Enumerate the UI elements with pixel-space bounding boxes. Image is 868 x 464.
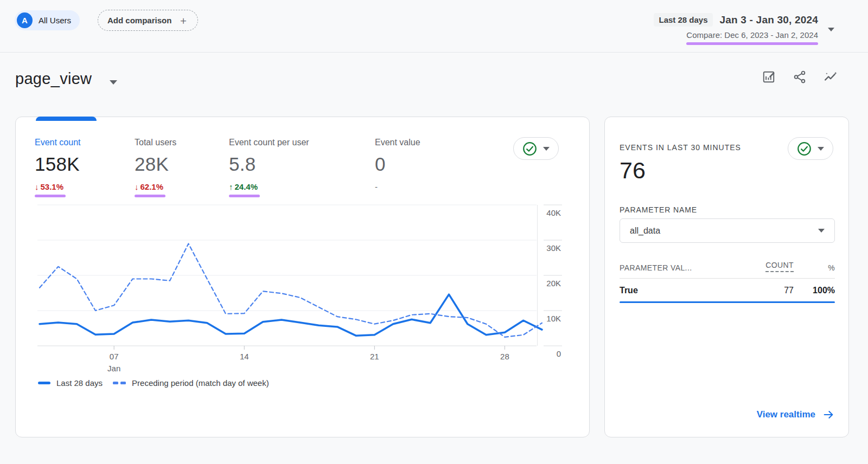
event-selector-chevron-down-icon[interactable]: [110, 80, 117, 85]
view-realtime-link[interactable]: View realtime: [757, 409, 834, 421]
realtime-data-quality-button[interactable]: [788, 137, 833, 160]
metric-label: Event count: [35, 138, 81, 147]
metric-value: 28K: [135, 153, 176, 175]
metric-tab-event-count-per-user[interactable]: Event count per user 5.8 ↑ 24.4%: [229, 138, 309, 197]
y-axis-label: 30K: [546, 243, 561, 253]
compare-range-text: Compare: Dec 6, 2023 - Jan 2, 2024: [686, 30, 818, 40]
metric-delta: ↓ 62.1%: [135, 182, 176, 191]
insights-icon: [824, 70, 838, 84]
metric-delta: -: [375, 182, 420, 191]
share-icon: [793, 70, 807, 84]
metric-label: Event value: [375, 138, 420, 147]
metric-label: Event count per user: [229, 138, 309, 147]
page-title: page_view: [15, 70, 92, 88]
y-axis-label: 0: [557, 349, 561, 358]
row-percent: 100%: [794, 286, 835, 295]
arrow-up-icon: ↑: [229, 182, 233, 191]
row-count: 77: [759, 286, 794, 295]
parameter-name-label: PARAMETER NAME: [620, 205, 697, 214]
percent-bar: [620, 301, 835, 303]
audience-segment-chip[interactable]: A All Users: [15, 10, 80, 30]
table-row: True 77 100%: [620, 279, 835, 301]
arrow-down-icon: ↓: [35, 182, 39, 191]
active-tab-indicator: [36, 117, 97, 121]
header-percent: %: [794, 263, 835, 272]
header-count-sort[interactable]: COUNT: [765, 261, 794, 272]
parameter-name-select[interactable]: all_data: [620, 218, 835, 243]
trend-chart: 010K20K30K40K07Jan142128: [37, 198, 562, 377]
date-range-text: Jan 3 - Jan 30, 2024: [720, 14, 818, 26]
share-report-button[interactable]: [792, 69, 807, 85]
row-parameter-value: True: [620, 286, 759, 295]
arrow-down-icon: ↓: [135, 182, 139, 191]
metric-delta: ↓ 53.1%: [35, 182, 81, 191]
delta-purple-highlight: [135, 195, 165, 197]
y-axis-label: 20K: [546, 279, 561, 288]
date-picker-chevron-down-icon[interactable]: [828, 28, 834, 31]
metric-value: 0: [375, 153, 420, 175]
check-circle-icon: [522, 141, 537, 156]
chevron-down-icon: [818, 147, 824, 151]
compare-purple-highlight: [686, 42, 818, 45]
parameter-selected-value: all_data: [630, 226, 660, 236]
add-comparison-label: Add comparison: [107, 16, 171, 25]
chevron-down-icon: [818, 229, 825, 233]
parameter-value-table: PARAMETER VAL... COUNT % True 77 100%: [620, 261, 835, 303]
report-toolbar: [761, 69, 838, 85]
x-axis-label: 21: [370, 352, 379, 361]
customize-report-button[interactable]: [761, 69, 776, 85]
metric-tab-event-count[interactable]: Event count 158K ↓ 53.1%: [35, 138, 81, 197]
edit-chart-icon: [762, 70, 776, 84]
audience-segment-label: All Users: [39, 16, 71, 25]
metric-tab-total-users[interactable]: Total users 28K ↓ 62.1%: [135, 138, 176, 197]
realtime-events-card: EVENTS IN LAST 30 MINUTES 76 PARAMETER N…: [604, 117, 849, 437]
delta-purple-highlight: [35, 195, 66, 197]
check-circle-icon: [797, 141, 812, 156]
plus-icon: ＋: [178, 15, 188, 25]
table-header-row: PARAMETER VAL... COUNT %: [620, 261, 835, 279]
metric-value: 5.8: [229, 153, 309, 175]
x-axis-sublabel: Jan: [107, 364, 120, 373]
date-preset-chip: Last 28 days: [654, 13, 712, 27]
segment-avatar: A: [17, 12, 33, 28]
legend-item-last-28-days: Last 28 days: [38, 378, 103, 388]
realtime-card-title: EVENTS IN LAST 30 MINUTES: [620, 143, 741, 152]
metric-value: 158K: [35, 153, 81, 175]
data-quality-button[interactable]: [513, 137, 559, 160]
chevron-down-icon: [543, 147, 550, 151]
x-axis-label: 28: [500, 352, 509, 361]
insights-button[interactable]: [823, 69, 838, 85]
chart-legend: Last 28 days Preceding period (match day…: [38, 378, 269, 388]
delta-purple-highlight: [229, 195, 260, 197]
date-range-picker[interactable]: Last 28 days Jan 3 - Jan 30, 2024 Compar…: [654, 13, 818, 45]
y-axis-label: 40K: [546, 208, 561, 217]
add-comparison-button[interactable]: Add comparison ＋: [98, 10, 198, 31]
solid-line-swatch: [38, 382, 50, 384]
metric-delta: ↑ 24.4%: [229, 182, 309, 191]
dashed-line-swatch: [113, 382, 126, 384]
header-parameter-value: PARAMETER VAL...: [620, 263, 759, 272]
event-report-card: Event count 158K ↓ 53.1% Total users 28K…: [15, 117, 590, 437]
metric-tab-event-value[interactable]: Event value 0 -: [375, 138, 420, 191]
arrow-right-icon: [822, 409, 834, 421]
top-header-bar: A All Users Add comparison ＋ Last 28 day…: [0, 0, 868, 53]
y-axis-label: 10K: [546, 314, 561, 323]
realtime-event-count: 76: [620, 157, 646, 184]
metric-label: Total users: [135, 138, 176, 147]
x-axis-label: 07: [110, 352, 119, 361]
legend-item-preceding-period: Preceding period (match day of week): [113, 378, 269, 388]
series-line-last-28-days: [40, 294, 542, 336]
x-axis-label: 14: [240, 352, 249, 361]
